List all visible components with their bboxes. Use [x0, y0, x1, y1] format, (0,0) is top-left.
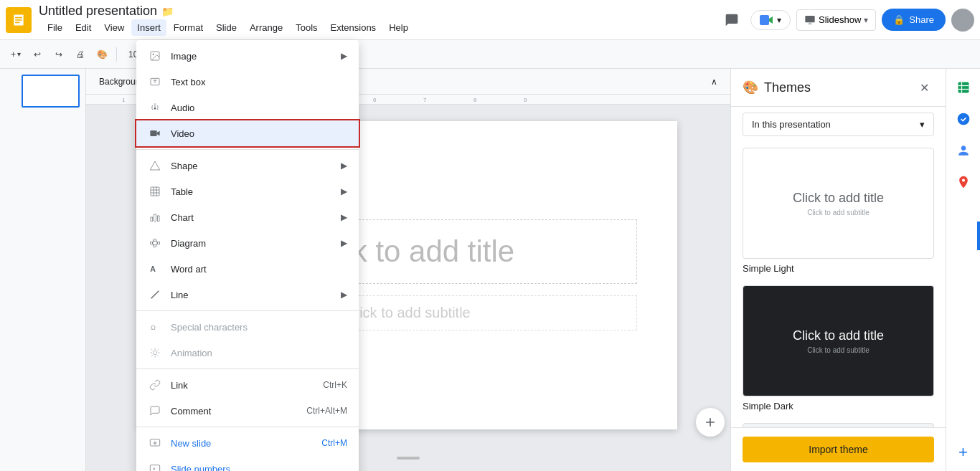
svg-rect-16	[958, 82, 969, 93]
menu-insert-link[interactable]: Link Ctrl+K	[136, 372, 359, 398]
menu-extensions[interactable]: Extensions	[325, 19, 382, 36]
doc-title[interactable]: Untitled presentation	[39, 4, 157, 19]
far-right-panel: +	[946, 69, 980, 471]
slideshow-container[interactable]: Slideshow ▾	[796, 9, 876, 31]
floating-add-btn[interactable]	[696, 408, 725, 437]
svg-rect-36	[154, 245, 156, 247]
menu-insert-shape[interactable]: Shape ▶	[136, 153, 359, 179]
slide-thumbnail[interactable]	[22, 75, 80, 108]
link-shortcut: Ctrl+K	[323, 380, 347, 390]
theme-simple-light[interactable]: Click to add title Click to add subtitle…	[743, 148, 934, 274]
menu-insert-chart[interactable]: Chart ▶	[136, 204, 359, 230]
menu-insert-slidenumbers[interactable]: # Slide numbers	[136, 456, 359, 471]
svg-line-38	[153, 240, 154, 243]
menu-arrange[interactable]: Arrange	[244, 19, 288, 36]
table-icon	[148, 184, 162, 199]
menu-slide[interactable]: Slide	[210, 19, 242, 36]
specialchars-icon: Ω	[148, 320, 162, 334]
menu-help[interactable]: Help	[383, 19, 414, 36]
maps-icon[interactable]	[951, 169, 976, 195]
comments-btn[interactable]	[719, 7, 745, 33]
slidenumbers-icon: #	[148, 462, 162, 471]
share-button[interactable]: 🔒 Share	[882, 9, 946, 31]
audio-icon	[148, 100, 162, 115]
themes-title: 🎨 Themes	[743, 80, 811, 95]
menu-insert-specialchars: Ω Special characters	[136, 314, 359, 340]
menu-insert[interactable]: Insert	[131, 19, 166, 36]
menu-insert-diagram[interactable]: Diagram ▶	[136, 230, 359, 256]
menu-insert-table-label: Table	[171, 186, 335, 197]
menu-insert-wordart[interactable]: A Word art	[136, 256, 359, 282]
wordart-icon: A	[148, 262, 162, 276]
image-arrow: ▶	[341, 51, 347, 61]
video-icon	[148, 126, 162, 141]
svg-line-39	[153, 243, 154, 246]
active-indicator	[977, 222, 980, 250]
import-theme-btn[interactable]: Import theme	[743, 437, 934, 462]
animation-icon	[148, 346, 162, 360]
toolbar-divider	[116, 47, 117, 62]
line-icon	[148, 287, 162, 302]
theme-light-name: Simple Light	[743, 263, 794, 274]
resize-handle[interactable]	[397, 457, 420, 460]
theme-simple-dark[interactable]: Click to add title Click to add subtitle…	[743, 285, 934, 411]
menu-insert-video-label: Video	[171, 128, 347, 139]
sheets-icon[interactable]	[951, 75, 976, 100]
themes-dropdown[interactable]: In this presentation ▾	[743, 113, 934, 136]
svg-line-40	[156, 240, 157, 243]
add-btn[interactable]: +▾	[6, 44, 26, 65]
menu-insert-line[interactable]: Line ▶	[136, 282, 359, 308]
menu-view[interactable]: View	[98, 19, 130, 36]
comment-icon	[148, 404, 162, 418]
slide-subtitle[interactable]: Click to add subtitle	[346, 305, 470, 320]
menu-file[interactable]: File	[42, 19, 68, 36]
meet-btn[interactable]: ▾	[750, 10, 791, 30]
menu-divider-4	[136, 427, 359, 427]
theme-preview-dark: Click to add title Click to add subtitle	[743, 285, 934, 396]
svg-rect-33	[157, 216, 159, 221]
contacts-icon[interactable]	[951, 138, 976, 163]
far-right-add-btn[interactable]: +	[951, 439, 976, 465]
paint-btn[interactable]: 🎨	[92, 44, 112, 65]
collapse-canvas-btn[interactable]: ∧	[704, 74, 725, 90]
redo-btn[interactable]: ↪	[49, 44, 69, 65]
menu-insert-comment[interactable]: Comment Ctrl+Alt+M	[136, 398, 359, 424]
undo-btn[interactable]: ↩	[27, 44, 47, 65]
menu-divider-1	[136, 149, 359, 150]
menu-insert-textbox[interactable]: Text box	[136, 69, 359, 95]
themes-dropdown-label: In this presentation	[752, 119, 831, 130]
user-avatar[interactable]	[951, 9, 974, 32]
svg-rect-25	[150, 130, 156, 136]
svg-rect-3	[15, 22, 20, 23]
svg-rect-1	[15, 16, 22, 18]
menu-insert-audio[interactable]: Audio	[136, 95, 359, 120]
slideshow-label: Slideshow	[819, 14, 861, 25]
print-btn[interactable]: 🖨	[70, 44, 90, 65]
svg-text:1: 1	[122, 97, 126, 103]
theme-footer: Import theme	[731, 427, 946, 471]
tasks-icon[interactable]	[951, 106, 976, 132]
svg-point-45	[153, 351, 156, 354]
menu-insert-image[interactable]: Image ▶	[136, 43, 359, 69]
menu-insert-table[interactable]: Table ▶	[136, 179, 359, 204]
svg-text:9: 9	[524, 97, 527, 103]
menu-format[interactable]: Format	[168, 19, 209, 36]
menu-edit[interactable]: Edit	[70, 19, 97, 36]
menu-insert-video[interactable]: Video	[136, 120, 359, 146]
svg-point-22	[153, 54, 154, 55]
theme-light-subtitle: Click to add subtitle	[807, 209, 870, 217]
svg-line-43	[151, 291, 159, 299]
chevron-down-icon: ▾	[920, 119, 925, 130]
menu-divider-3	[136, 368, 359, 369]
app-logo[interactable]	[6, 7, 32, 33]
textbox-icon	[148, 75, 162, 89]
diagram-icon	[148, 236, 162, 250]
svg-rect-2	[15, 19, 22, 21]
menu-insert-diagram-label: Diagram	[171, 238, 335, 249]
menu-insert-chart-label: Chart	[171, 212, 335, 223]
drive-icon[interactable]: 📁	[161, 6, 174, 17]
menu-insert-newslide[interactable]: New slide Ctrl+M	[136, 430, 359, 456]
menu-tools[interactable]: Tools	[290, 19, 323, 36]
link-icon	[148, 378, 162, 392]
themes-close-btn[interactable]: ✕	[914, 77, 934, 97]
